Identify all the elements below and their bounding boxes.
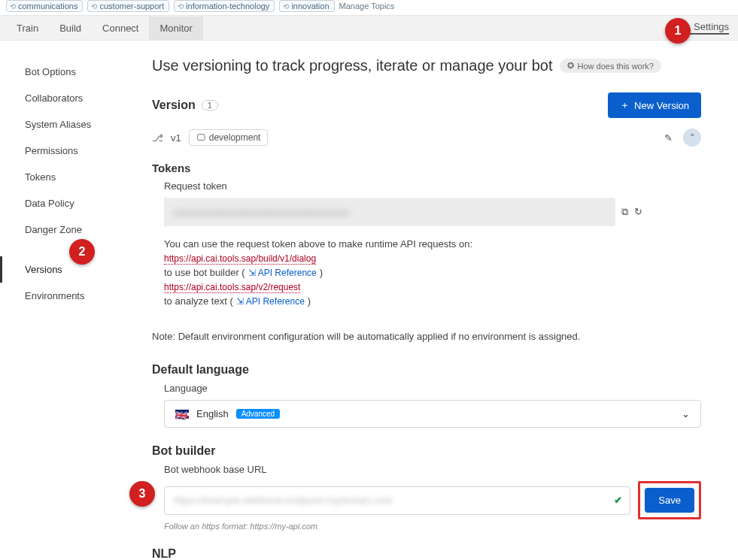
api-url-request[interactable]: https://api.cai.tools.sap/v2/request: [164, 282, 300, 293]
copy-icon[interactable]: ⧉: [621, 206, 628, 218]
line2-post: ): [308, 295, 311, 307]
main-nav: Train Build Connect Monitor ⚙ Settings: [0, 15, 738, 41]
language-label: Language: [152, 383, 701, 394]
chevron-down-icon: ⌄: [682, 408, 690, 419]
help-label: How does this work?: [577, 62, 654, 71]
webhook-hint: Follow an https format: https://my-api.c…: [164, 522, 701, 531]
annotation-marker-2: 2: [69, 239, 95, 265]
webhook-input-wrap[interactable]: ✔: [164, 486, 630, 515]
sidebar-item-data-policy[interactable]: Data Policy: [0, 190, 135, 216]
language-select[interactable]: 🇬🇧 English Advanced ⌄: [164, 400, 701, 428]
line2-pre: to analyze text (: [164, 295, 233, 307]
external-link-icon: ⇲: [236, 296, 244, 307]
refresh-icon[interactable]: ↻: [634, 206, 642, 218]
help-icon: ✪: [567, 61, 574, 71]
tag-icon: ⟲: [178, 2, 184, 11]
new-version-button[interactable]: ＋ New Version: [608, 92, 701, 118]
api-reference-link-2[interactable]: ⇲API Reference: [236, 296, 305, 307]
save-button[interactable]: Save: [645, 488, 694, 513]
sidebar-item-system-aliases[interactable]: System Aliases: [0, 111, 135, 138]
tab-monitor[interactable]: Monitor: [149, 17, 202, 40]
tag-icon: ⟲: [283, 2, 289, 11]
branch-icon: ⎇: [152, 132, 163, 144]
settings-label: Settings: [694, 21, 729, 32]
plus-icon: ＋: [620, 98, 630, 112]
valid-check-icon: ✔: [614, 495, 622, 506]
token-value: xxxxxxxxxxxxxxxxxxxxxxxxxxxxxxxxxxxx: [173, 207, 349, 218]
env-note: Note: Default environment configuration …: [152, 331, 701, 342]
tokens-heading: Tokens: [152, 162, 701, 174]
version-name: v1: [171, 132, 181, 144]
version-count: 1: [202, 100, 218, 110]
sidebar-item-collaborators[interactable]: Collaborators: [0, 85, 135, 111]
topic-tag-label: customer-support: [99, 2, 164, 11]
sidebar-item-bot-options[interactable]: Bot Options: [0, 59, 135, 85]
tab-train[interactable]: Train: [6, 17, 49, 40]
topic-tag[interactable]: ⟲information-technology: [174, 0, 275, 12]
sidebar-item-environments[interactable]: Environments: [0, 283, 135, 309]
nlp-heading: NLP: [152, 547, 695, 560]
tab-connect[interactable]: Connect: [92, 17, 149, 40]
request-token-label: Request token: [164, 180, 701, 192]
annotation-marker-3: 3: [129, 481, 155, 507]
topic-tag-label: innovation: [291, 2, 329, 11]
topic-tag-label: communications: [18, 2, 77, 11]
line1-post: ): [320, 267, 323, 278]
token-desc: You can use the request token above to m…: [164, 238, 701, 250]
settings-sidebar: Bot Options Collaborators System Aliases…: [0, 41, 135, 560]
flag-uk-icon: 🇬🇧: [175, 410, 189, 419]
env-chip: 🖵 development: [189, 129, 269, 146]
page-title: Use versioning to track progress, iterat…: [152, 57, 552, 74]
annotation-marker-1: 1: [665, 18, 691, 44]
manage-topics-link[interactable]: Manage Topics: [339, 2, 395, 11]
topic-tag[interactable]: ⟲innovation: [279, 0, 334, 12]
tag-icon: ⟲: [10, 2, 16, 11]
webhook-label: Bot webhook base URL: [152, 464, 701, 475]
api-url-dialog[interactable]: https://api.cai.tools.sap/build/v1/dialo…: [164, 253, 316, 265]
topic-tag-label: information-technology: [186, 2, 269, 11]
sidebar-item-tokens[interactable]: Tokens: [0, 164, 135, 190]
webhook-url-input[interactable]: [174, 495, 614, 506]
language-value: English: [196, 408, 229, 419]
sidebar-item-permissions[interactable]: Permissions: [0, 138, 135, 164]
monitor-icon: 🖵: [196, 132, 205, 143]
token-value-box: xxxxxxxxxxxxxxxxxxxxxxxxxxxxxxxxxxxx: [164, 198, 615, 226]
new-version-label: New Version: [634, 100, 689, 111]
collapse-icon[interactable]: ˄: [683, 129, 701, 147]
tab-build[interactable]: Build: [49, 17, 92, 40]
env-label: development: [209, 132, 261, 143]
bot-builder-heading: Bot builder: [152, 444, 695, 458]
topic-bar: ⟲communications ⟲customer-support ⟲infor…: [0, 0, 738, 15]
help-link[interactable]: ✪ How does this work?: [560, 59, 661, 73]
topic-tag[interactable]: ⟲communications: [6, 0, 83, 12]
api-reference-link[interactable]: ⇲API Reference: [248, 268, 317, 278]
sidebar-item-versions[interactable]: Versions: [0, 256, 135, 283]
save-highlight-box: Save: [638, 481, 701, 519]
edit-icon[interactable]: ✎: [659, 129, 677, 147]
external-link-icon: ⇲: [248, 268, 256, 278]
tag-icon: ⟲: [91, 2, 97, 11]
line1-pre: to use bot builder (: [164, 267, 245, 278]
version-heading: Version: [152, 98, 196, 112]
advanced-badge: Advanced: [236, 409, 280, 419]
main-content: Use versioning to track progress, iterat…: [135, 41, 722, 560]
topic-tag[interactable]: ⟲customer-support: [87, 0, 169, 12]
default-language-heading: Default language: [152, 363, 695, 377]
sidebar-item-danger-zone[interactable]: Danger Zone: [0, 216, 135, 243]
